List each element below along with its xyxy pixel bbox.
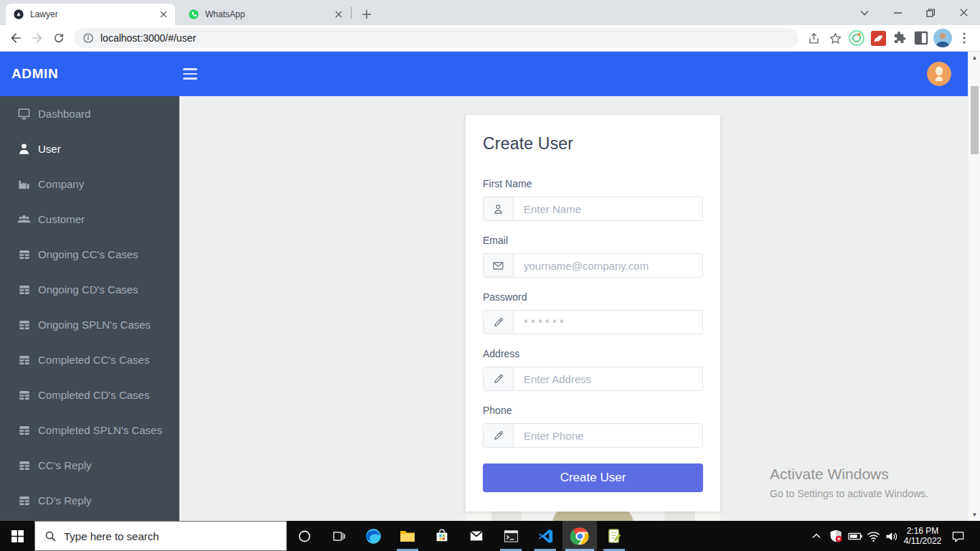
text-input[interactable] xyxy=(514,367,702,390)
watermark-subtitle: Go to Settings to activate Windows. xyxy=(770,487,928,500)
create-user-form: First Name Email xyxy=(483,179,703,448)
mail-icon[interactable] xyxy=(459,521,494,551)
tab-search-chevron-icon[interactable] xyxy=(848,0,881,25)
text-input[interactable] xyxy=(514,424,702,447)
sidebar-toggle-hamburger-icon[interactable] xyxy=(183,68,197,80)
table-icon xyxy=(17,282,32,297)
browser-toolbar: localhost:3000/#/user xyxy=(0,25,980,52)
sidebar-item-label: Ongoing CD's Cases xyxy=(38,283,138,296)
task-view-icon[interactable] xyxy=(321,521,356,551)
browser-profile-avatar[interactable] xyxy=(932,27,953,49)
taskbar: 2:16 PM 4/11/2022 xyxy=(0,521,980,551)
sidebar-item-user[interactable]: User xyxy=(0,131,179,166)
action-center-icon[interactable] xyxy=(947,521,969,551)
url-bar[interactable]: localhost:3000/#/user xyxy=(74,28,798,48)
chrome-icon[interactable] xyxy=(562,521,597,551)
sidebar-item-label: CD's Reply xyxy=(38,494,92,507)
scrollbar-thumb[interactable] xyxy=(971,86,979,154)
create-user-button[interactable]: Create User xyxy=(483,463,703,492)
reload-button[interactable] xyxy=(48,27,70,49)
vscode-icon[interactable] xyxy=(528,521,562,551)
page-scrollbar[interactable]: ▲ ▼ xyxy=(968,52,980,521)
browser-tab-whatsapp[interactable]: WhatsApp xyxy=(181,4,350,25)
field-label: Password xyxy=(483,292,703,302)
user-avatar[interactable] xyxy=(927,62,951,86)
tab-close-icon[interactable] xyxy=(158,9,169,20)
extension-green-icon[interactable] xyxy=(846,27,867,49)
file-explorer-icon[interactable] xyxy=(390,521,425,551)
sidebar-item-customer[interactable]: Customer xyxy=(0,202,179,237)
text-input[interactable] xyxy=(514,254,702,277)
sidebar: Dashboard User Company Customer xyxy=(0,96,179,521)
extension-dark-icon[interactable] xyxy=(910,27,932,49)
person-icon xyxy=(17,141,32,156)
forward-button[interactable] xyxy=(27,27,48,49)
browser-menu-kebab-icon[interactable] xyxy=(953,27,975,49)
new-tab-button[interactable] xyxy=(357,5,376,24)
table-icon xyxy=(17,423,32,438)
cortana-icon[interactable] xyxy=(287,521,321,551)
edge-icon[interactable] xyxy=(356,521,390,551)
taskbar-search[interactable] xyxy=(34,521,287,551)
clock-date: 4/11/2022 xyxy=(904,536,942,546)
taskbar-search-input[interactable] xyxy=(64,530,258,542)
sidebar-item-company[interactable]: Company xyxy=(0,166,179,202)
sidebar-item-completed-cc-s-cases[interactable]: Completed CC's Cases xyxy=(0,342,179,377)
sidebar-item-dashboard[interactable]: Dashboard xyxy=(0,96,179,131)
sidebar-item-ongoing-cc-s-cases[interactable]: Ongoing CC's Cases xyxy=(0,237,179,272)
scrollbar-up-arrow[interactable]: ▲ xyxy=(969,52,980,64)
taskbar-clock[interactable]: 2:16 PM 4/11/2022 xyxy=(901,521,944,551)
text-input[interactable] xyxy=(514,197,702,220)
sidebar-item-cc-s-reply[interactable]: CC's Reply xyxy=(0,448,179,483)
background-scales-image xyxy=(466,511,720,521)
back-button[interactable] xyxy=(5,27,27,49)
sidebar-item-cd-s-reply[interactable]: CD's Reply xyxy=(0,483,179,518)
clock-time: 2:16 PM xyxy=(907,526,939,536)
sidebar-item-label: Completed CD's Cases xyxy=(38,389,149,401)
start-button[interactable] xyxy=(0,521,34,551)
browser-tab-lawyer[interactable]: Lawyer xyxy=(6,4,175,25)
extension-red-icon[interactable] xyxy=(867,27,889,49)
page-info-icon[interactable] xyxy=(83,32,94,44)
sidebar-item-ongoing-cd-s-cases[interactable]: Ongoing CD's Cases xyxy=(0,272,179,307)
envelope-icon xyxy=(484,254,514,277)
table-icon xyxy=(17,458,32,473)
wifi-icon[interactable] xyxy=(864,521,882,551)
form-group-phone: Phone xyxy=(483,405,703,448)
defender-alert-icon[interactable] xyxy=(827,521,844,551)
sidebar-item-label: Completed CC's Cases xyxy=(38,354,149,366)
pencil-icon xyxy=(484,311,514,334)
close-window-button[interactable] xyxy=(947,0,980,25)
volume-icon[interactable] xyxy=(882,521,900,551)
factory-icon xyxy=(17,176,32,192)
sidebar-item-completed-spln-s-cases[interactable]: Completed SPLN's Cases xyxy=(0,413,179,448)
command-prompt-icon[interactable] xyxy=(494,521,528,551)
app-header: ADMIN xyxy=(0,52,968,96)
pencil-icon xyxy=(484,424,514,447)
input-group xyxy=(483,423,703,448)
text-input[interactable] xyxy=(514,311,702,334)
microsoft-store-icon[interactable] xyxy=(425,521,459,551)
tray-chevron-up-icon[interactable] xyxy=(808,521,825,551)
minimize-button[interactable] xyxy=(881,0,914,25)
battery-icon[interactable] xyxy=(847,521,864,551)
sidebar-item-ongoing-spln-s-cases[interactable]: Ongoing SPLN's Cases xyxy=(0,307,179,342)
table-icon xyxy=(17,493,32,508)
pencil-icon xyxy=(484,367,514,390)
person-outline-icon xyxy=(484,197,514,220)
scrollbar-down-arrow[interactable]: ▼ xyxy=(969,509,980,521)
url-text: localhost:3000/#/user xyxy=(100,32,196,44)
watermark-title: Activate Windows xyxy=(770,465,928,484)
bookmark-star-icon[interactable] xyxy=(824,27,846,49)
restore-button[interactable] xyxy=(914,0,947,25)
share-icon[interactable] xyxy=(803,27,824,49)
input-group xyxy=(483,197,703,221)
form-group-address: Address xyxy=(483,349,703,391)
notepad-plus-plus-icon[interactable] xyxy=(597,521,631,551)
sidebar-item-completed-cd-s-cases[interactable]: Completed CD's Cases xyxy=(0,377,179,413)
sidebar-item-label: Ongoing CC's Cases xyxy=(38,248,138,260)
extensions-puzzle-icon[interactable] xyxy=(889,27,910,49)
tab-close-icon[interactable] xyxy=(333,9,344,20)
browser-tab-strip: Lawyer WhatsApp xyxy=(0,0,980,25)
screen: Lawyer WhatsApp xyxy=(0,0,980,551)
